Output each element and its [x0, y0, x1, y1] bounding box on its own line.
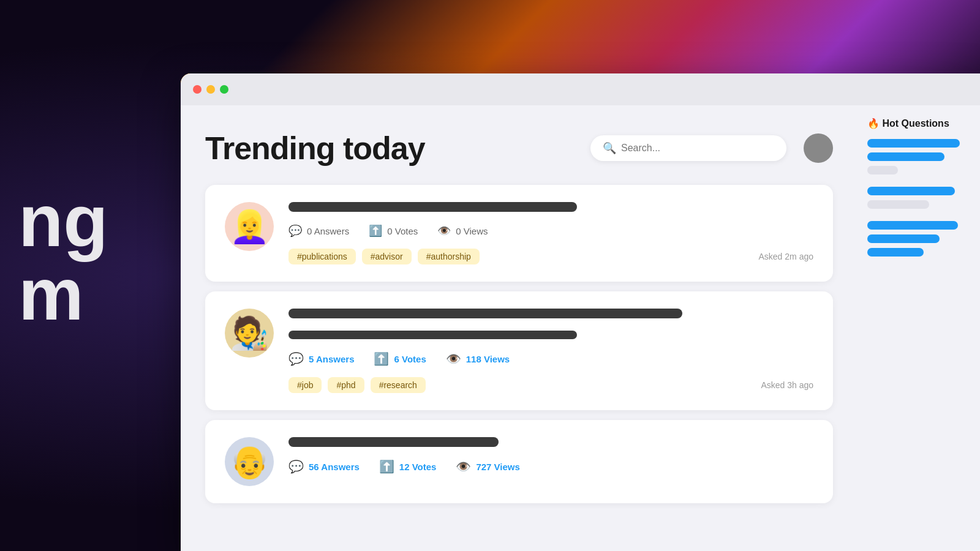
left-text-line1: ng	[18, 184, 108, 257]
votes-icon: ⬆️	[379, 459, 394, 474]
traffic-lights	[193, 85, 228, 94]
search-bar[interactable]: 🔍	[590, 135, 786, 161]
card-body: 💬 5 Answers ⬆️ 6 Votes 👁️ 118 Views	[288, 309, 813, 393]
search-icon: 🔍	[603, 141, 616, 155]
tags-and-time: #publications #advisor #authorship Asked…	[288, 249, 813, 264]
votes-stat: ⬆️ 12 Votes	[379, 459, 437, 474]
views-stat: 👁️ 727 Views	[456, 459, 519, 474]
votes-stat: ⬆️ 6 Votes	[374, 351, 426, 366]
card-body: 💬 0 Answers ⬆️ 0 Votes 👁️ 0 Views	[288, 202, 813, 264]
views-stat: 👁️ 0 Views	[437, 224, 488, 238]
asked-time: Asked 3h ago	[761, 380, 813, 390]
content-area: Trending today 🔍 👱‍♀️	[181, 105, 980, 551]
minimize-button[interactable]	[206, 85, 215, 94]
tag[interactable]: #research	[371, 377, 426, 393]
question-title-bar	[288, 309, 682, 318]
page-title: Trending today	[205, 130, 425, 167]
card-body: 💬 56 Answers ⬆️ 12 Votes 👁️ 727 Views	[288, 437, 813, 485]
hot-bar-group	[867, 139, 970, 174]
asked-time: Asked 2m ago	[759, 252, 814, 261]
header-row: Trending today 🔍	[205, 130, 833, 167]
search-input[interactable]	[621, 143, 774, 154]
hot-bar	[867, 152, 944, 161]
hot-bar	[867, 234, 940, 243]
stats-row: 💬 5 Answers ⬆️ 6 Votes 👁️ 118 Views	[288, 351, 813, 366]
left-text-line2: m	[18, 257, 108, 331]
stats-row: 💬 0 Answers ⬆️ 0 Votes 👁️ 0 Views	[288, 224, 813, 238]
main-content: Trending today 🔍 👱‍♀️	[181, 105, 858, 551]
hot-bar	[867, 200, 929, 209]
avatar: 👴	[225, 437, 274, 486]
question-card[interactable]: 👱‍♀️ 💬 0 Answers ⬆️ 0 Votes	[205, 185, 833, 282]
left-text-overlay: ng m	[18, 184, 108, 331]
tags-row: #job #phd #research	[288, 377, 426, 393]
question-title-bar	[288, 437, 499, 447]
votes-icon: ⬆️	[369, 224, 382, 238]
question-card[interactable]: 👴 💬 56 Answers ⬆️ 12 Votes	[205, 420, 833, 503]
hot-bar-group	[867, 221, 970, 257]
answers-stat: 💬 5 Answers	[288, 351, 354, 366]
answers-stat: 💬 56 Answers	[288, 459, 360, 474]
votes-stat: ⬆️ 0 Votes	[369, 224, 418, 238]
votes-icon: ⬆️	[374, 351, 389, 366]
hot-bar	[867, 139, 960, 148]
browser-window: Trending today 🔍 👱‍♀️	[181, 73, 980, 551]
hot-bar	[867, 221, 958, 230]
tag[interactable]: #phd	[328, 377, 364, 393]
answers-stat: 💬 0 Answers	[288, 224, 349, 238]
tag[interactable]: #job	[288, 377, 322, 393]
views-icon: 👁️	[456, 459, 471, 474]
hot-questions-title: 🔥 Hot Questions	[867, 118, 970, 129]
hot-bar-group	[867, 187, 970, 209]
views-icon: 👁️	[446, 351, 461, 366]
hot-bar	[867, 166, 898, 174]
views-icon: 👁️	[437, 224, 451, 238]
tags-and-time: #job #phd #research Asked 3h ago	[288, 377, 813, 393]
answers-icon: 💬	[288, 351, 304, 366]
close-button[interactable]	[193, 85, 202, 94]
title-bar	[181, 73, 980, 105]
question-title-bar	[288, 202, 577, 212]
user-avatar-button[interactable]	[804, 133, 833, 163]
answers-icon: 💬	[288, 459, 304, 474]
question-subtitle-bar	[288, 331, 577, 339]
avatar: 🧑‍🎨	[225, 309, 274, 358]
answers-icon: 💬	[288, 224, 302, 238]
stats-row: 💬 56 Answers ⬆️ 12 Votes 👁️ 727 Views	[288, 459, 813, 474]
views-stat: 👁️ 118 Views	[446, 351, 510, 366]
maximize-button[interactable]	[220, 85, 228, 94]
tag[interactable]: #advisor	[362, 249, 412, 264]
question-card[interactable]: 🧑‍🎨 💬 5 Answers ⬆️ 6 Votes	[205, 291, 833, 410]
tags-row: #publications #advisor #authorship	[288, 249, 480, 264]
avatar: 👱‍♀️	[225, 202, 274, 251]
right-sidebar: 🔥 Hot Questions	[858, 105, 980, 551]
hot-bar	[867, 248, 924, 257]
hot-bar	[867, 187, 955, 195]
tag[interactable]: #publications	[288, 249, 356, 264]
tag[interactable]: #authorship	[418, 249, 480, 264]
